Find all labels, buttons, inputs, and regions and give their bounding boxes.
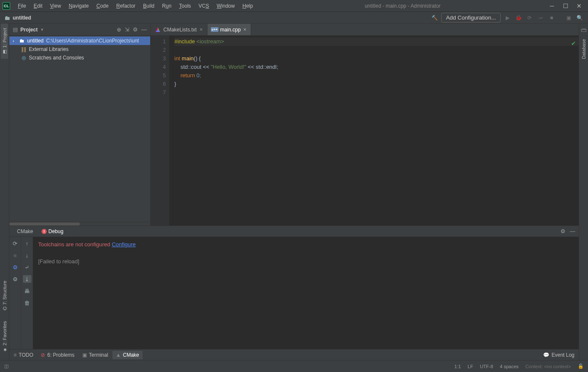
build-icon[interactable]: 🔨 [430, 14, 439, 22]
settings-icon[interactable]: ⚙ [133, 26, 138, 33]
scroll-end-icon[interactable]: ⤓ [23, 275, 31, 283]
down-icon[interactable]: ↓ [23, 251, 31, 259]
layout-icon[interactable]: ▣ [564, 14, 573, 22]
menu-code[interactable]: Code [93, 1, 112, 11]
stripe-database[interactable]: Database [580, 35, 587, 63]
status-encoding[interactable]: UTF-8 [480, 364, 493, 369]
stripe-favorites[interactable]: ★ 2: Favorites [1, 317, 8, 357]
btab-todo[interactable]: ≡TODO [14, 352, 33, 358]
menu-view[interactable]: View [47, 1, 64, 11]
btab-terminal[interactable]: ▣Terminal [82, 352, 108, 358]
close-icon[interactable]: ✕ [243, 27, 246, 32]
expand-all-icon[interactable]: ⇲ [125, 26, 129, 33]
status-indent[interactable]: 4 spaces [500, 364, 518, 369]
close-icon[interactable]: ✕ [199, 27, 203, 32]
menu-navigate[interactable]: Navigate [65, 1, 92, 11]
project-scrollbar-horizontal[interactable] [9, 222, 150, 225]
tool-output[interactable]: Toolchains are not configured Configure … [33, 237, 579, 349]
menu-run[interactable]: Run [159, 1, 175, 11]
analysis-ok-icon[interactable]: ✔ [571, 39, 576, 48]
line-gutter[interactable]: 1 2 3 4 5 6 7 [151, 36, 169, 225]
cpp-file-icon: c++ [212, 27, 218, 33]
close-button[interactable]: ✕ [576, 3, 582, 9]
tool-window-tabs: CMake ! Debug ⚙ — [9, 226, 579, 237]
project-view-icon: ▤ [13, 26, 18, 33]
window-controls: ─ ☐ ✕ [549, 3, 585, 9]
tree-scratches[interactable]: ◎ Scratches and Consoles [9, 54, 150, 62]
tool-tab-debug[interactable]: ! Debug [37, 227, 67, 236]
menu-help[interactable]: Help [239, 1, 256, 11]
cmake-icon: ▲ [116, 352, 121, 358]
cmake-options-icon[interactable]: ⚙ [11, 275, 20, 283]
tool-settings-icon[interactable]: ⚙ [560, 228, 566, 234]
btab-event-log[interactable]: 💬Event Log [543, 352, 574, 358]
stop-icon[interactable]: ■ [547, 14, 556, 22]
stripe-project[interactable]: ◨ 1: Project [1, 24, 8, 59]
btab-cmake[interactable]: ▲CMake [112, 351, 143, 359]
coverage-icon[interactable]: ⟳ [525, 14, 534, 22]
hide-icon[interactable]: — [141, 26, 147, 33]
add-configuration-button[interactable]: Add Configuration... [441, 13, 501, 23]
menu-edit[interactable]: Edit [30, 1, 46, 11]
project-dropdown-icon[interactable]: ▼ [40, 28, 44, 32]
print-icon[interactable]: 🖶 [23, 287, 31, 295]
search-everywhere-icon[interactable]: 🔍 [575, 14, 584, 22]
menu-refactor[interactable]: Refactor [113, 1, 139, 11]
stripe-structure[interactable]: ⌬ 7: Structure [1, 276, 8, 315]
tool-side-toolbar-1: ⟳ ■ ⚙ ⚙ [9, 237, 21, 349]
line-number[interactable]: 7 [152, 88, 166, 97]
soft-wrap-icon[interactable]: ⤶ [23, 263, 31, 271]
tab-label: main.cpp [220, 27, 241, 33]
project-tree[interactable]: › 🖿 untitled C:\Users\Administrator\CLio… [9, 36, 150, 222]
tree-root[interactable]: › 🖿 untitled C:\Users\Administrator\CLio… [9, 37, 150, 45]
folder-icon: 🖿 [19, 38, 25, 44]
cmake-settings-icon[interactable]: ⚙ [11, 263, 20, 271]
tree-external-libraries[interactable]: ‖‖ External Libraries [9, 45, 150, 54]
status-lock-icon[interactable]: 🔓 [578, 364, 584, 369]
reload-icon[interactable]: ⟳ [11, 240, 20, 247]
line-number[interactable]: 6 [152, 80, 166, 88]
profile-icon[interactable]: ⤻ [536, 14, 545, 22]
tool-tab-cmake[interactable]: CMake [13, 227, 37, 236]
maximize-button[interactable]: ☐ [563, 3, 568, 9]
status-caret-position[interactable]: 1:1 [454, 364, 461, 369]
menu-window[interactable]: Window [213, 1, 238, 11]
up-icon[interactable]: ↑ [23, 240, 31, 247]
menu-tools[interactable]: Tools [176, 1, 194, 11]
menu-vcs[interactable]: VCS [195, 1, 213, 11]
status-context[interactable]: Context: <no context> [525, 364, 571, 369]
tab-main-cpp[interactable]: c++ main.cpp ✕ [207, 24, 252, 35]
terminal-icon: ▣ [82, 352, 87, 358]
line-number[interactable]: 3 [152, 54, 166, 63]
btab-problems[interactable]: ⊘6: Problems [41, 352, 74, 358]
run-icon[interactable]: ▶ [503, 14, 512, 22]
line-number[interactable]: 4 [152, 63, 166, 71]
line-number[interactable]: 1 [152, 37, 166, 46]
minimize-button[interactable]: ─ [549, 3, 555, 9]
reload-failed-message: [Failed to reload] [38, 257, 574, 266]
tool-tab-label: Debug [48, 228, 63, 234]
error-badge-icon: ! [42, 229, 47, 234]
code-area[interactable]: ✔ #include <iostream> int main() { std::… [169, 36, 579, 225]
line-number[interactable]: 5 [152, 71, 166, 80]
status-tool-windows-icon[interactable]: ◫ [4, 364, 8, 369]
select-opened-file-icon[interactable]: ⊕ [117, 26, 121, 33]
tool-hide-icon[interactable]: — [570, 228, 575, 234]
tab-cmakelists[interactable]: CMakeLists.txt ✕ [151, 24, 207, 35]
stop-icon[interactable]: ■ [11, 251, 20, 259]
chevron-right-icon[interactable]: › [13, 39, 19, 43]
problems-icon: ⊘ [41, 352, 45, 358]
line-number[interactable]: 2 [152, 46, 166, 54]
menu-file[interactable]: File [14, 1, 29, 11]
menu-build[interactable]: Build [140, 1, 158, 11]
clear-icon[interactable]: 🗑 [23, 299, 31, 307]
tree-item-label: External Libraries [29, 46, 68, 52]
project-panel-title[interactable]: Project [20, 27, 38, 33]
editor-body[interactable]: 1 2 3 4 5 6 7 ✔ #include <iostream> int … [151, 36, 579, 225]
debug-icon[interactable]: 🐞 [514, 14, 523, 22]
configure-link[interactable]: Configure [112, 241, 135, 248]
status-line-separator[interactable]: LF [468, 364, 473, 369]
navigation-bar: 🖿 untitled 🔨 Add Configuration... ▶ 🐞 ⟳ … [0, 12, 588, 24]
scrollbar-thumb[interactable] [9, 223, 80, 225]
nav-project-name[interactable]: untitled [13, 15, 31, 21]
